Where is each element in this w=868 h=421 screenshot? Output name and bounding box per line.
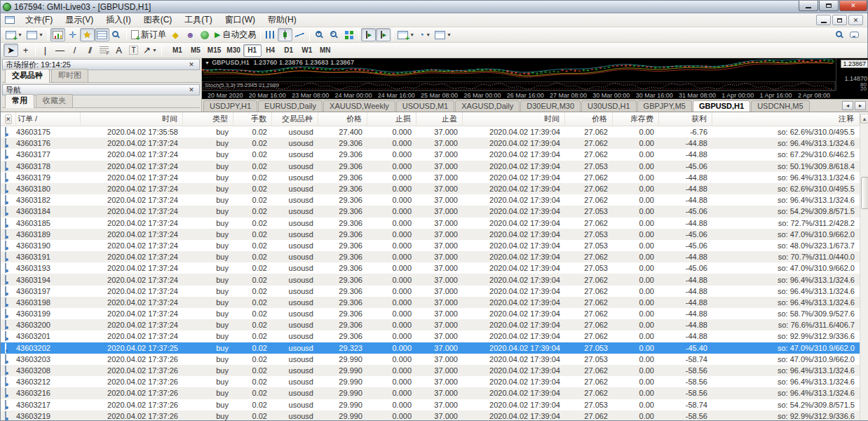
table-row[interactable]: 436032192020.04.02 17:37:26buy0.02usousd… [1, 410, 860, 420]
table-row[interactable]: 436032002020.04.02 17:37:24buy0.02usousd… [1, 319, 860, 330]
table-row[interactable]: 436031792020.04.02 17:37:24buy0.02usousd… [1, 172, 860, 183]
bar-chart-button[interactable] [263, 28, 278, 41]
terminal-toggle[interactable] [95, 28, 109, 41]
timeframe-w1-button[interactable]: W1 [298, 44, 316, 57]
chat-button[interactable] [847, 28, 862, 41]
table-row[interactable]: 436032122020.04.02 17:37:26buy0.02usousd… [1, 376, 860, 387]
chart-tab[interactable]: GBPJPY,M5 [637, 100, 692, 112]
periods-button[interactable]: ◔▼ [416, 28, 433, 41]
header-cell[interactable]: 库存费 [613, 112, 659, 126]
chart-tab[interactable]: GBPUSD,H1 [693, 100, 750, 112]
search-button[interactable] [832, 28, 847, 41]
table-row[interactable]: 436031842020.04.02 17:37:24buy0.02usousd… [1, 206, 860, 217]
menu-item[interactable]: 插入(I) [100, 12, 137, 28]
cursor-button[interactable]: ➤ [4, 44, 18, 57]
tile-windows-button[interactable] [341, 28, 356, 41]
community-button[interactable]: ☻ [183, 28, 198, 41]
channel-button[interactable]: // [82, 44, 97, 57]
timeframe-d1-button[interactable]: D1 [280, 44, 298, 57]
shapes-button[interactable]: ↗▼ [141, 44, 159, 57]
timeframe-m5-button[interactable]: M5 [187, 44, 205, 57]
navigator-close-button[interactable]: ✕ [187, 86, 196, 94]
header-cell[interactable]: 价格 [318, 112, 367, 126]
chart-tab[interactable]: USOUSD,M1 [396, 100, 454, 112]
table-row[interactable]: 436031762020.04.02 17:37:24buy0.02usousd… [1, 138, 860, 149]
fibonacci-button[interactable] [97, 44, 111, 57]
tab-symbols[interactable]: 交易品种 [5, 69, 50, 83]
signals-button[interactable] [198, 28, 212, 41]
header-cell[interactable]: 获利 [659, 112, 712, 126]
profiles-button[interactable]: ▼ [25, 28, 46, 41]
candlestick-button[interactable] [278, 28, 292, 41]
chart-tab[interactable]: D30EUR,M30 [520, 100, 581, 112]
tab-scroll-right-button[interactable]: ▸ [855, 101, 866, 110]
header-cell[interactable]: 注释 [712, 112, 860, 126]
chart-area[interactable]: ▼GBPUSD,H1 1.23760 1.23876 1.23683 1.238… [202, 58, 868, 112]
maximize-button[interactable] [819, 1, 839, 11]
header-cell[interactable]: 订单 / [16, 112, 81, 126]
market-watch-toggle[interactable] [50, 28, 65, 41]
table-row[interactable]: 436031902020.04.02 17:37:24buy0.02usousd… [1, 240, 860, 251]
header-cell[interactable]: 止损 [367, 112, 416, 126]
metaeditor-button[interactable]: ◆ [168, 28, 183, 41]
scroll-up-button[interactable]: ▲ [860, 114, 868, 123]
menu-item[interactable]: 显示(V) [59, 12, 100, 28]
table-row[interactable]: 436031802020.04.02 17:37:24buy0.02usousd… [1, 183, 860, 194]
menu-item[interactable]: 图表(C) [137, 12, 179, 28]
chart-tab[interactable]: USDJPY,H1 [203, 100, 257, 112]
data-window-toggle[interactable]: ✛ [65, 28, 80, 41]
menu-item[interactable]: 窗口(W) [219, 12, 262, 28]
table-row[interactable]: 436032012020.04.02 17:37:24buy0.02usousd… [1, 330, 860, 342]
timeframe-m30-button[interactable]: M30 [224, 44, 243, 57]
market-watch-close-button[interactable]: ✕ [187, 60, 196, 69]
navigator-toggle[interactable]: ★ [80, 28, 95, 41]
menu-item[interactable]: 工具(T) [178, 12, 218, 28]
indicators-button[interactable]: +▼ [395, 28, 416, 41]
table-row[interactable]: 436031982020.04.02 17:37:24buy0.02usousd… [1, 297, 860, 308]
header-cell[interactable]: 交易品种 [272, 112, 318, 126]
zoom-out-button[interactable]: - [327, 28, 341, 41]
child-restore-button[interactable] [832, 15, 847, 25]
table-row[interactable]: 436032162020.04.02 17:37:26buy0.02usousd… [1, 387, 860, 399]
timeframe-h4-button[interactable]: H4 [262, 44, 280, 57]
tab-scroll-left-button[interactable]: ◂ [842, 101, 853, 110]
new-chart-button[interactable]: +▼ [4, 28, 25, 41]
child-minimize-button[interactable] [816, 15, 831, 25]
vertical-line-button[interactable]: | [38, 44, 53, 57]
terminal-close-button[interactable]: ✕ [5, 114, 12, 124]
table-row[interactable]: 436031992020.04.02 17:37:24buy0.02usousd… [1, 308, 860, 319]
chart-tab[interactable]: U30USD,H1 [581, 100, 637, 112]
header-cell[interactable]: 手数 [233, 112, 272, 126]
table-row[interactable]: 436031852020.04.02 17:37:24buy0.02usousd… [1, 218, 860, 229]
table-row[interactable]: 436031752020.04.02 17:35:58buy0.02usousd… [1, 126, 860, 138]
table-row[interactable]: 436031932020.04.02 17:37:24buy0.02usousd… [1, 262, 860, 274]
text-button[interactable]: A [111, 44, 126, 57]
chart-tab[interactable]: XAGUSD,Daily [455, 100, 520, 112]
strategy-tester-toggle[interactable] [109, 28, 124, 41]
header-cell[interactable]: 时间 [81, 112, 183, 126]
table-row[interactable]: 436031822020.04.02 17:37:24buy0.02usousd… [1, 194, 860, 206]
table-row[interactable]: 436031942020.04.02 17:37:24buy0.02usousd… [1, 274, 860, 285]
table-row[interactable]: 436032082020.04.02 17:37:26buy0.02usousd… [1, 365, 860, 376]
tab-favorites[interactable]: 收藏夹 [36, 94, 73, 107]
menu-item[interactable]: 帮助(H) [262, 12, 303, 28]
timeframe-m1-button[interactable]: M1 [168, 44, 187, 57]
menu-item[interactable]: 文件(F) [19, 12, 59, 28]
new-order-button[interactable]: +新订单 [129, 28, 168, 41]
zoom-in-button[interactable]: + [312, 28, 327, 41]
tab-tick-chart[interactable]: 即时图 [51, 69, 88, 82]
table-row[interactable]: 436031972020.04.02 17:37:24buy0.02usousd… [1, 286, 860, 297]
chart-tab[interactable]: EURUSD,Daily [258, 100, 323, 112]
header-cell[interactable]: 价格 [565, 112, 613, 126]
horizontal-line-button[interactable]: — [53, 44, 67, 57]
chart-tab[interactable]: XAUUSD,Weekly [323, 100, 395, 112]
header-cell[interactable]: 时间 [463, 112, 565, 126]
line-chart-button[interactable] [292, 28, 307, 41]
table-row[interactable]: 436032022020.04.02 17:37:25buy0.02usousd… [1, 342, 860, 354]
table-row[interactable]: 436032032020.04.02 17:37:26buy0.02usousd… [1, 354, 860, 365]
templates-button[interactable]: ▼ [433, 28, 454, 41]
autotrading-button[interactable]: ▶自动交易 [212, 28, 258, 41]
header-cell[interactable]: 止盈 [416, 112, 463, 126]
timeframe-m15-button[interactable]: M15 [205, 44, 224, 57]
close-button[interactable]: ✕ [839, 1, 867, 11]
